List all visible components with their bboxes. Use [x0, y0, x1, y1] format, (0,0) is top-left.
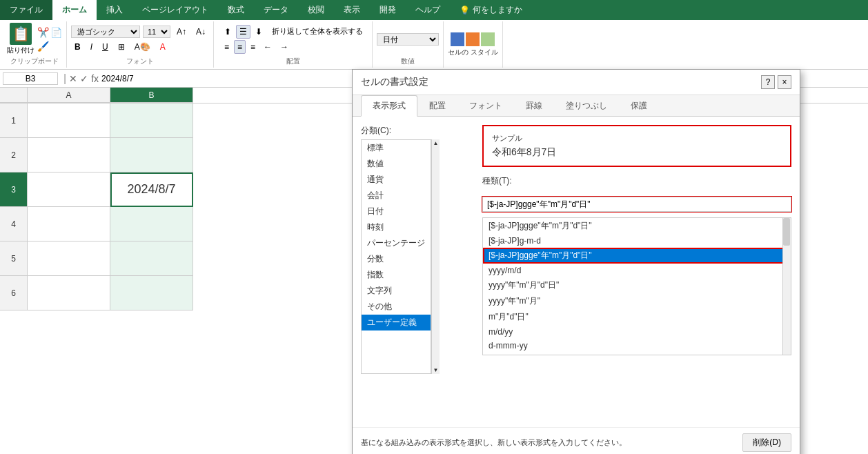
tab-dev[interactable]: 開発 — [370, 0, 406, 20]
cell-reference-input[interactable] — [3, 72, 58, 85]
tab-formula[interactable]: 数式 — [218, 0, 254, 20]
font-name-select[interactable]: 游ゴシック — [71, 26, 140, 38]
tab-page-layout[interactable]: ページレイアウト — [132, 0, 218, 20]
font-size-select[interactable]: 11 — [143, 26, 170, 38]
border-button[interactable]: ⊞ — [115, 40, 128, 54]
grow-font-button[interactable]: A↑ — [173, 25, 190, 39]
row-header-4[interactable]: 4 — [0, 207, 28, 241]
category-time[interactable]: 時刻 — [362, 219, 431, 235]
col-header-a[interactable]: A — [28, 88, 110, 103]
lightbulb-icon: 💡 — [460, 6, 470, 15]
align-top-button[interactable]: ⬆ — [221, 25, 235, 39]
cell-a5[interactable] — [28, 241, 110, 276]
font-group: 游ゴシック 11 A↑ A↓ B I U ⊞ A🎨 A フォン — [67, 21, 214, 68]
category-accounting[interactable]: 会計 — [362, 188, 431, 204]
category-date[interactable]: 日付 — [362, 204, 431, 219]
dialog-help-button[interactable]: ? — [761, 75, 775, 89]
paste-button[interactable]: 📋 — [10, 23, 32, 45]
cell-a4[interactable] — [28, 207, 110, 241]
cell-b6[interactable] — [110, 276, 193, 310]
indent-increase-button[interactable]: → — [277, 40, 292, 54]
confirm-formula-icon[interactable]: ✓ — [80, 73, 88, 84]
cell-b5[interactable] — [110, 241, 193, 276]
align-left-button[interactable]: ≡ — [221, 40, 233, 54]
format-item[interactable]: yyyy/m/d — [483, 264, 791, 277]
format-type-input[interactable] — [482, 197, 791, 212]
tab-file[interactable]: ファイル — [0, 0, 52, 20]
align-right-button[interactable]: ≡ — [247, 40, 259, 54]
align-center-button[interactable]: ≡ — [234, 40, 246, 54]
format-item[interactable]: yyyy"年"m"月"d"日" — [483, 277, 791, 293]
category-fraction[interactable]: 分数 — [362, 251, 431, 267]
scroll-up-arrow[interactable]: ▲ — [433, 140, 439, 146]
tab-help[interactable]: ヘルプ — [406, 0, 450, 20]
dialog-tabs: 表示形式 配置 フォント 罫線 塗りつぶし 保護 — [353, 95, 800, 117]
format-item[interactable]: m"月"d"日" — [483, 309, 791, 310]
cell-style-group: セルの スタイル — [444, 21, 503, 68]
tab-review[interactable]: 校閲 — [298, 0, 334, 20]
format-item-selected[interactable]: [$-ja-JP]ggge"年"m"月"d"日" — [483, 248, 791, 264]
category-text[interactable]: 文字列 — [362, 283, 431, 299]
cell-a3[interactable] — [28, 172, 110, 207]
insert-function-icon[interactable]: fx — [91, 73, 99, 84]
row-header-1[interactable]: 1 — [0, 103, 28, 138]
category-special[interactable]: その他 — [362, 299, 431, 310]
indent-decrease-button[interactable]: ← — [260, 40, 275, 54]
fill-color-button[interactable]: A🎨 — [131, 40, 154, 54]
col-header-b[interactable]: B — [110, 88, 193, 103]
format-item[interactable]: [$-ja-JP]ggge"年"m"月"d"日" — [483, 218, 791, 234]
dialog-close-button[interactable]: × — [778, 75, 791, 89]
tab-protection[interactable]: 保護 — [619, 95, 659, 117]
category-standard[interactable]: 標準 — [362, 140, 431, 156]
tab-align[interactable]: 配置 — [417, 95, 457, 117]
cancel-formula-icon[interactable]: ✕ — [69, 73, 77, 84]
italic-button[interactable]: I — [87, 40, 96, 54]
font-color-button[interactable]: A — [157, 40, 169, 54]
tab-home[interactable]: ホーム — [52, 0, 97, 20]
tab-border[interactable]: 罫線 — [514, 95, 554, 117]
underline-button[interactable]: U — [99, 40, 112, 54]
alignment-label: 配置 — [286, 55, 300, 66]
cell-a1[interactable] — [28, 103, 110, 138]
cell-a6[interactable] — [28, 276, 110, 310]
format-cells-dialog[interactable]: セルの書式設定 ? × 表示形式 配置 フォント 罫線 塗りつぶし 保護 分類(… — [352, 69, 800, 310]
sample-box: サンプル 令和6年8月7日 — [482, 125, 791, 167]
tab-format[interactable]: 表示形式 — [361, 95, 417, 117]
cell-b3[interactable]: 2024/8/7 — [110, 172, 193, 207]
cell-b4[interactable] — [110, 207, 193, 241]
align-middle-button[interactable]: ☰ — [236, 25, 250, 39]
tab-fill[interactable]: 塗りつぶし — [554, 95, 619, 117]
category-scientific[interactable]: 指数 — [362, 267, 431, 283]
row-header-6[interactable]: 6 — [0, 276, 28, 310]
row-header-2[interactable]: 2 — [0, 138, 28, 172]
category-number[interactable]: 数値 — [362, 156, 431, 172]
corner-cell — [0, 88, 28, 103]
cell-style-label[interactable]: セルの スタイル — [448, 48, 498, 57]
ribbon-toolbar: 📋 貼り付け ✂️ 📄 🖌️ クリップボード — [0, 20, 868, 70]
cell-b2[interactable] — [110, 138, 193, 172]
category-currency[interactable]: 通貨 — [362, 172, 431, 188]
tab-view[interactable]: 表示 — [334, 0, 370, 20]
row-header-5[interactable]: 5 — [0, 241, 28, 276]
copy-icon[interactable]: 📄 — [50, 27, 62, 38]
tab-font[interactable]: フォント — [457, 95, 514, 117]
format-item[interactable]: [$-ja-JP]g-m-d — [483, 234, 791, 248]
bold-button[interactable]: B — [71, 40, 84, 54]
format-list-scrollbar[interactable] — [782, 218, 791, 310]
cell-b1[interactable] — [110, 103, 193, 138]
row-header-3[interactable]: 3 — [0, 172, 28, 207]
cut-icon[interactable]: ✂️ — [37, 27, 49, 38]
cell-a2[interactable] — [28, 138, 110, 172]
format-painter-icon[interactable]: 🖌️ — [37, 41, 49, 52]
tab-search[interactable]: 💡 何をしますか — [450, 0, 532, 20]
shrink-font-button[interactable]: A↓ — [193, 25, 209, 39]
category-scrollbar[interactable]: ▲ ▼ — [431, 139, 440, 310]
category-percentage[interactable]: パーセンテージ — [362, 235, 431, 251]
format-item[interactable]: yyyy"年"m"月" — [483, 293, 791, 309]
tab-insert[interactable]: 挿入 — [97, 0, 132, 20]
align-bottom-button[interactable]: ⬇ — [252, 25, 266, 39]
formula-icons: ✕ ✓ fx — [69, 73, 99, 84]
number-format-select[interactable]: 日付 — [377, 33, 439, 46]
wrap-text-button[interactable]: 折り返して全体を表示する — [267, 24, 368, 39]
tab-data[interactable]: データ — [254, 0, 298, 20]
